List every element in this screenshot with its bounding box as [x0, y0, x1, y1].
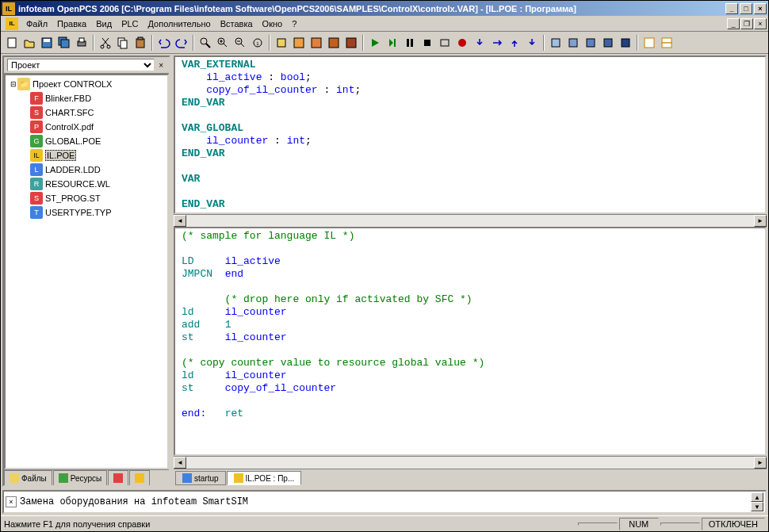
sidebar-tab-resources[interactable]: Ресурсы	[53, 470, 107, 485]
scroll-left-icon[interactable]: ◄	[174, 215, 186, 227]
tree-item[interactable]: GGLOBAL.POE	[7, 134, 166, 148]
block2-icon[interactable]	[565, 35, 581, 51]
block3-icon[interactable]	[583, 35, 599, 51]
editor-tab-startup[interactable]: startup	[175, 471, 226, 485]
tree-item[interactable]: PControlX.pdf	[7, 120, 166, 134]
build-icon[interactable]	[291, 35, 307, 51]
project-tree[interactable]: ⊟ 📁 Проект CONTROLX FBlinker.FBD SCHART.…	[4, 74, 169, 469]
svg-rect-37	[587, 39, 595, 47]
zoom100-icon[interactable]: 1	[250, 35, 266, 51]
tree-item[interactable]: SCHART.SFC	[7, 105, 166, 120]
poe-icon: G	[30, 135, 43, 147]
svg-point-34	[458, 39, 466, 47]
menu-window[interactable]: Окно	[258, 17, 288, 30]
scroll-right-icon[interactable]: ►	[754, 457, 767, 469]
startup-icon	[182, 473, 192, 483]
pause-icon[interactable]	[402, 35, 418, 51]
stepover-icon[interactable]	[489, 35, 505, 51]
tree-root[interactable]: ⊟ 📁 Проект CONTROLX	[7, 77, 166, 91]
rebuild-icon[interactable]	[308, 35, 324, 51]
ldd-icon: L	[30, 163, 43, 176]
window2-icon[interactable]	[659, 35, 675, 51]
print-icon[interactable]	[74, 35, 90, 51]
output-close-icon[interactable]: ×	[6, 496, 17, 507]
mdi-close-button[interactable]: ×	[754, 18, 767, 29]
scroll-left-icon[interactable]: ◄	[174, 457, 186, 469]
mdi-minimize-button[interactable]: _	[727, 18, 740, 29]
block1-icon[interactable]	[548, 35, 564, 51]
svg-rect-42	[662, 43, 671, 48]
sidebar-tab-lib[interactable]	[108, 470, 128, 485]
tree-item[interactable]: TUSERTYPE.TYP	[7, 205, 166, 220]
mdi-restore-button[interactable]: ❐	[740, 18, 753, 29]
run-icon[interactable]	[367, 35, 383, 51]
cut-icon[interactable]	[98, 35, 113, 51]
block4-icon[interactable]	[600, 35, 616, 51]
menu-extra[interactable]: Дополнительно	[143, 17, 216, 30]
menu-insert[interactable]: Вставка	[216, 17, 258, 30]
svg-rect-33	[441, 40, 449, 46]
tree-item-selected[interactable]: ILIL.POE	[7, 148, 166, 163]
status-empty2	[660, 522, 700, 526]
project-dropdown[interactable]: Проект	[7, 59, 155, 71]
sidebar-close-icon[interactable]: ×	[156, 61, 166, 70]
menubar: IL Файл Правка Вид PLC Дополнительно Вст…	[1, 16, 768, 32]
stepdown-icon[interactable]	[524, 35, 540, 51]
breakpoint-icon[interactable]	[454, 35, 470, 51]
open-icon[interactable]	[21, 35, 37, 51]
editor-tab-ilpoe[interactable]: IL.POE : Пр...	[227, 471, 302, 485]
redo-icon[interactable]	[174, 35, 189, 51]
zoomout-icon[interactable]	[232, 35, 248, 51]
saveall-icon[interactable]	[56, 35, 72, 51]
scroll-down-icon[interactable]: ▼	[751, 502, 763, 511]
save-icon[interactable]	[39, 35, 55, 51]
stepup-icon[interactable]	[507, 35, 522, 51]
help-icon	[135, 473, 144, 483]
find-icon[interactable]	[197, 35, 213, 51]
paste-icon[interactable]	[132, 35, 148, 51]
reset-icon[interactable]	[437, 35, 453, 51]
step-icon[interactable]	[384, 35, 400, 51]
online-icon[interactable]	[343, 35, 359, 51]
code-editor[interactable]: (* sample for language IL *) LD il_activ…	[174, 227, 767, 456]
maximize-button[interactable]: □	[740, 3, 752, 14]
close-button[interactable]: ×	[754, 3, 767, 14]
window1-icon[interactable]	[641, 35, 657, 51]
sfc-icon: S	[30, 106, 43, 119]
top-hscroll[interactable]: ◄ ►	[174, 214, 767, 227]
scroll-up-icon[interactable]: ▲	[751, 492, 763, 502]
copy-icon[interactable]	[115, 35, 131, 51]
toolbar: 1	[1, 32, 768, 54]
svg-rect-27	[329, 38, 339, 48]
tree-item[interactable]: RRESOURCE.WL	[7, 177, 166, 191]
sidebar-tab-help[interactable]	[129, 470, 150, 485]
statusbar: Нажмите F1 для получения справки NUM ОТК…	[1, 515, 768, 531]
undo-icon[interactable]	[156, 35, 172, 51]
sidebar-tab-files[interactable]: Файлы	[4, 470, 52, 485]
new-icon[interactable]	[4, 35, 20, 51]
svg-rect-0	[8, 38, 16, 48]
scroll-right-icon[interactable]: ►	[754, 215, 767, 227]
stepinto-icon[interactable]	[472, 35, 488, 51]
titlebar: IL infoteam OpenPCS 2006 [C:\Program Fil…	[1, 1, 768, 16]
minimize-button[interactable]: _	[725, 3, 738, 14]
download-icon[interactable]	[326, 35, 342, 51]
declarations-editor[interactable]: VAR_EXTERNAL il_active : bool; copy_of_i…	[174, 55, 767, 214]
stop-icon[interactable]	[419, 35, 435, 51]
tree-item[interactable]: LLADDER.LDD	[7, 163, 166, 177]
tree-item[interactable]: FBlinker.FBD	[7, 91, 166, 105]
expand-icon[interactable]: ⊟	[9, 80, 17, 88]
menu-help[interactable]: ?	[287, 17, 301, 30]
svg-rect-4	[61, 40, 69, 48]
zoomin-icon[interactable]	[215, 35, 231, 51]
mdi-icon[interactable]: IL	[6, 17, 18, 30]
bottom-hscroll[interactable]: ◄ ►	[174, 456, 767, 469]
menu-plc[interactable]: PLC	[117, 17, 143, 30]
menu-edit[interactable]: Правка	[52, 17, 91, 30]
compile-icon[interactable]	[274, 35, 289, 51]
block5-icon[interactable]	[618, 35, 633, 51]
menu-view[interactable]: Вид	[91, 17, 117, 30]
menu-file[interactable]: Файл	[21, 17, 52, 30]
svg-text:1: 1	[256, 41, 259, 46]
tree-item[interactable]: SST_PROG.ST	[7, 191, 166, 205]
